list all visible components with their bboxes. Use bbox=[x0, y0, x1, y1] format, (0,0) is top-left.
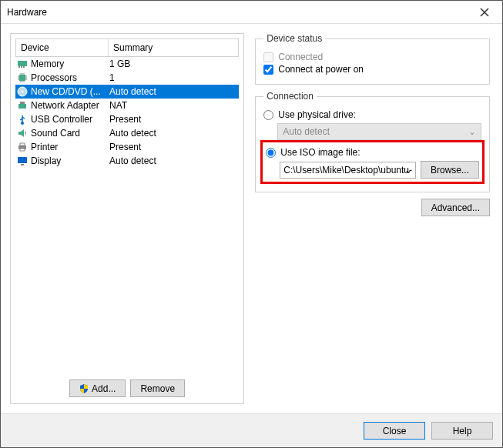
device-status-group: Device status Connected Connect at power… bbox=[255, 33, 490, 85]
device-name: Network Adapter bbox=[31, 100, 99, 111]
device-summary: Auto detect bbox=[109, 155, 239, 166]
device-summary: Present bbox=[109, 142, 239, 152]
svg-rect-12 bbox=[20, 149, 25, 151]
add-button-label: Add... bbox=[92, 383, 116, 394]
device-summary: 1 bbox=[109, 72, 239, 83]
help-button[interactable]: Help bbox=[431, 422, 493, 440]
svg-rect-11 bbox=[20, 143, 25, 145]
browse-button[interactable]: Browse... bbox=[421, 161, 479, 179]
right-panel: Device status Connected Connect at power… bbox=[252, 33, 493, 404]
device-name: Sound Card bbox=[31, 128, 80, 139]
table-row[interactable]: Network AdapterNAT bbox=[15, 99, 239, 112]
device-name: USB Controller bbox=[31, 114, 92, 125]
table-row[interactable]: Sound CardAuto detect bbox=[15, 126, 239, 140]
cpu-icon bbox=[17, 72, 28, 83]
table-header: Device Summary bbox=[15, 38, 239, 57]
header-summary[interactable]: Summary bbox=[109, 39, 238, 56]
device-status-legend: Device status bbox=[263, 33, 325, 44]
svg-rect-13 bbox=[18, 157, 27, 163]
connection-legend: Connection bbox=[263, 91, 317, 102]
usb-icon bbox=[17, 114, 28, 125]
use-iso-label[interactable]: Use ISO image file: bbox=[280, 147, 360, 158]
hardware-dialog: Hardware Device Summary Memory1 GBProces… bbox=[0, 0, 503, 448]
device-name: Memory bbox=[31, 59, 64, 69]
window-title: Hardware bbox=[7, 7, 467, 18]
close-button[interactable]: Close bbox=[364, 422, 425, 440]
connect-power-checkbox[interactable] bbox=[263, 65, 273, 75]
svg-rect-2 bbox=[21, 66, 22, 68]
sound-icon bbox=[17, 128, 28, 139]
shield-icon bbox=[79, 384, 89, 393]
table-row[interactable]: DisplayAuto detect bbox=[15, 154, 239, 168]
device-name: Printer bbox=[31, 142, 58, 152]
device-summary: Present bbox=[109, 114, 239, 125]
table-row[interactable]: PrinterPresent bbox=[15, 140, 239, 154]
physical-drive-value: Auto detect bbox=[283, 126, 330, 137]
add-button[interactable]: Add... bbox=[69, 379, 126, 397]
svg-rect-0 bbox=[18, 61, 27, 66]
printer-icon bbox=[17, 142, 28, 152]
chevron-down-icon: ⌄ bbox=[468, 126, 476, 137]
cd-icon bbox=[17, 86, 28, 97]
svg-rect-1 bbox=[18, 66, 20, 68]
device-summary: 1 GB bbox=[109, 59, 239, 69]
device-summary: NAT bbox=[109, 100, 239, 111]
content-area: Device Summary Memory1 GBProcessors1New … bbox=[1, 24, 502, 413]
device-name: Processors bbox=[31, 72, 77, 83]
device-name: New CD/DVD (... bbox=[31, 86, 101, 97]
connected-checkbox bbox=[263, 52, 273, 62]
net-icon bbox=[17, 100, 28, 111]
highlight-box: Use ISO image file: C:\Users\Mike\Deskto… bbox=[260, 140, 485, 184]
titlebar: Hardware bbox=[1, 1, 502, 24]
use-physical-radio[interactable] bbox=[263, 110, 273, 120]
connection-group: Connection Use physical drive: Auto dete… bbox=[255, 91, 490, 192]
connect-power-label[interactable]: Connect at power on bbox=[278, 64, 364, 75]
svg-rect-4 bbox=[19, 75, 25, 81]
table-row[interactable]: Processors1 bbox=[15, 71, 239, 85]
table-row[interactable]: New CD/DVD (...Auto detect bbox=[15, 85, 239, 99]
device-summary: Auto detect bbox=[109, 128, 239, 139]
close-icon[interactable] bbox=[467, 1, 502, 24]
use-physical-label[interactable]: Use physical drive: bbox=[278, 109, 356, 120]
device-name: Display bbox=[31, 155, 61, 166]
device-summary: Auto detect bbox=[109, 86, 239, 97]
remove-button[interactable]: Remove bbox=[130, 379, 185, 397]
use-iso-radio[interactable] bbox=[266, 148, 276, 158]
dialog-footer: Close Help bbox=[1, 413, 502, 447]
physical-drive-combo: Auto detect ⌄ bbox=[277, 123, 481, 140]
device-buttons: Add... Remove bbox=[15, 375, 239, 399]
display-icon bbox=[17, 155, 28, 166]
svg-rect-14 bbox=[21, 164, 24, 165]
connected-label: Connected bbox=[278, 52, 323, 62]
svg-point-6 bbox=[22, 91, 24, 93]
table-row[interactable]: USB ControllerPresent bbox=[15, 112, 239, 126]
chevron-down-icon: ⌄ bbox=[404, 165, 412, 176]
svg-rect-8 bbox=[20, 102, 25, 104]
advanced-row: Advanced... bbox=[255, 199, 490, 216]
device-panel: Device Summary Memory1 GBProcessors1New … bbox=[10, 33, 244, 404]
device-list[interactable]: Memory1 GBProcessors1New CD/DVD (...Auto… bbox=[15, 57, 239, 375]
iso-path-value: C:\Users\Mike\Desktop\ubuntu- bbox=[283, 165, 412, 176]
svg-rect-3 bbox=[23, 66, 25, 68]
iso-path-combo[interactable]: C:\Users\Mike\Desktop\ubuntu- ⌄ bbox=[280, 162, 416, 179]
memory-icon bbox=[17, 59, 28, 69]
advanced-button[interactable]: Advanced... bbox=[421, 199, 490, 216]
table-row[interactable]: Memory1 GB bbox=[15, 57, 239, 71]
svg-rect-7 bbox=[18, 104, 26, 109]
header-device[interactable]: Device bbox=[16, 39, 109, 56]
